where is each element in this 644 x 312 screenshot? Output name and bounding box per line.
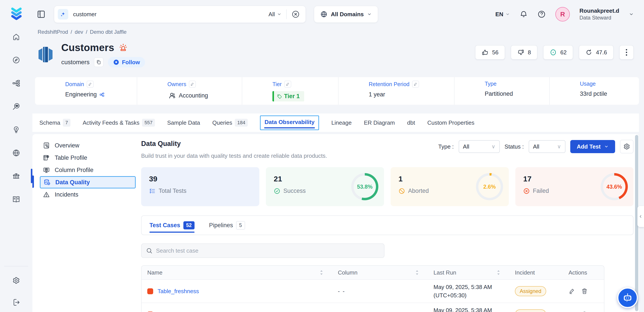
tab-activity-feeds[interactable]: Activity Feeds & Tasks557 [83,119,155,127]
more-actions-button[interactable] [619,45,634,60]
tab-schema[interactable]: Schema7 [40,119,70,127]
meta-owners-value[interactable]: Accounting [179,92,208,99]
tab-pipelines[interactable]: Pipelines 5 [209,216,245,235]
upvotes-button[interactable]: 56 [475,45,505,60]
tab-er-diagram[interactable]: ER Diagram [364,119,395,126]
domains-filter[interactable]: All Domains [314,6,378,23]
meta-owners-label[interactable]: Owners [168,81,186,87]
incident-badge[interactable]: Assigned [515,286,546,296]
aborted-ring-gauge: 2.6% [476,173,503,200]
tab-queries[interactable]: Queries184 [212,119,248,127]
incident-badge[interactable]: Assigned [515,309,546,312]
success-ring-gauge: 53.8% [351,173,378,200]
nav-workflows[interactable] [0,79,32,87]
edit-pencil-icon[interactable] [189,81,196,88]
dq-settings-gear-icon[interactable] [620,140,634,153]
nav-explore[interactable] [0,56,32,64]
nav-discover[interactable] [0,103,32,110]
app-logo[interactable] [8,6,24,22]
user-menu[interactable]: Rounakpreet.d Data Steward [580,7,619,21]
refresh-metric-button[interactable]: 47.6 [579,45,614,60]
tab-sample-data[interactable]: Sample Data [167,119,200,126]
nav-insights[interactable] [0,126,32,134]
chevron-down-icon[interactable] [629,12,634,17]
copy-icon[interactable] [94,57,104,67]
column-header-name[interactable]: Name [142,269,332,276]
chevron-down-icon: ∨ [492,143,496,150]
subnav-data-quality[interactable]: Data Quality [40,176,136,188]
type-filter-select[interactable]: All∨ [459,140,500,153]
tier-badge[interactable]: Tier 1 [272,91,304,101]
tab-data-observability[interactable]: Data Observability [260,115,319,130]
subnav-incidents[interactable]: Incidents [40,188,136,201]
follow-button[interactable]: Follow [108,57,145,68]
tab-label: Test Cases [150,222,180,229]
meta-tier-label[interactable]: Tier [272,81,282,87]
chatbot-button[interactable] [617,287,638,308]
user-avatar[interactable]: R [556,7,570,22]
tab-dbt[interactable]: dbt [407,119,415,126]
avatar-initial: R [560,11,565,18]
refresh-icon [585,49,592,56]
nav-reference[interactable] [0,195,32,203]
search-input[interactable] [73,11,264,18]
breadcrumb-schema[interactable]: Demo dbt Jaffle [90,29,127,35]
right-panel-handle[interactable] [638,206,644,227]
test-case-link[interactable]: Row Count Cannot Decrease [158,311,232,312]
search-scope-dropdown[interactable]: All [268,11,282,18]
subnav-table-profile[interactable]: Table Profile [40,152,136,164]
nav-logout[interactable] [0,298,32,306]
downvotes-button[interactable]: 8 [511,45,538,60]
delete-trash-icon[interactable] [581,311,588,312]
nav-settings[interactable] [0,276,32,284]
column-header-label: Actions [568,269,587,276]
panel-toggle-icon[interactable] [36,10,46,19]
meta-retention-label[interactable]: Retention Period [369,81,410,87]
meta-domain-value[interactable]: Engineering [65,91,97,98]
nav-home[interactable] [0,33,32,41]
subnav-column-profile[interactable]: Column Profile [40,164,136,176]
tab-test-cases[interactable]: Test Cases 52 [150,216,194,235]
health-score-button[interactable]: 62 [543,45,573,60]
tab-lineage[interactable]: Lineage [331,119,352,126]
test-case-link[interactable]: Table_freshness [158,288,199,295]
meta-domain-label[interactable]: Domain [65,81,84,87]
help-icon[interactable] [538,10,546,19]
column-header-column[interactable]: Column [332,269,428,276]
globe-icon [12,149,20,157]
tab-custom-properties[interactable]: Custom Properties [427,119,474,126]
tab-label: dbt [407,119,415,126]
language-selector[interactable]: EN [496,11,510,18]
notifications-bell-icon[interactable] [520,10,528,19]
breadcrumb-database[interactable]: dev [74,29,83,35]
table-row: Table_freshness - - May 09, 2025, 5:38 A… [142,280,604,303]
total-tests-card: 39 Total Tests [141,167,259,206]
topbar: All All Domains EN R Rounakpreet.d Data … [32,0,644,29]
edit-pencil-icon[interactable] [568,288,575,294]
x-circle-icon[interactable] [292,10,300,19]
nav-domains[interactable] [0,149,32,157]
section-description: Build trust in your data with quality te… [141,152,327,159]
health-score-value: 62 [560,49,566,56]
delete-trash-icon[interactable] [581,288,588,294]
failed-label: Failed [533,188,549,194]
edit-pencil-icon[interactable] [284,81,291,88]
edit-pencil-icon[interactable] [87,81,94,88]
global-search[interactable]: All [54,6,306,23]
test-case-search-input[interactable] [141,243,384,258]
meta-usage-label[interactable]: Usage [580,81,596,87]
sparkle-icon[interactable] [58,9,68,20]
subnav-overview[interactable]: Overview [40,139,136,152]
breadcrumb-connection[interactable]: RedshiftProd [38,29,68,35]
edit-pencil-icon[interactable] [412,81,419,88]
column-header-last-run[interactable]: Last Run [428,269,509,276]
status-filter-select[interactable]: All∨ [529,140,566,153]
add-test-button[interactable]: Add Test [570,140,615,153]
checklist-icon [149,188,156,194]
siren-icon[interactable] [118,43,128,52]
breadcrumb: RedshiftProd/ dev/ Demo dbt Jaffle [38,29,126,35]
pipelines-count-badge: 5 [236,221,245,230]
edit-pencil-icon[interactable] [568,311,575,312]
nav-governance[interactable] [0,172,32,180]
meta-type-label[interactable]: Type [485,81,496,87]
